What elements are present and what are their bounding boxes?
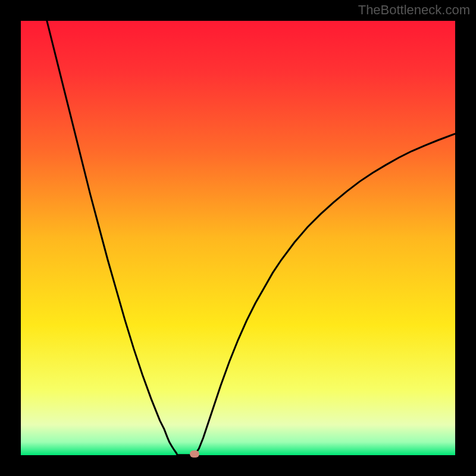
chart-frame (21, 21, 455, 455)
watermark-text: TheBottleneck.com (358, 2, 470, 18)
chart-svg (21, 21, 455, 455)
chart-background (21, 21, 455, 455)
bottleneck-marker (190, 450, 199, 458)
